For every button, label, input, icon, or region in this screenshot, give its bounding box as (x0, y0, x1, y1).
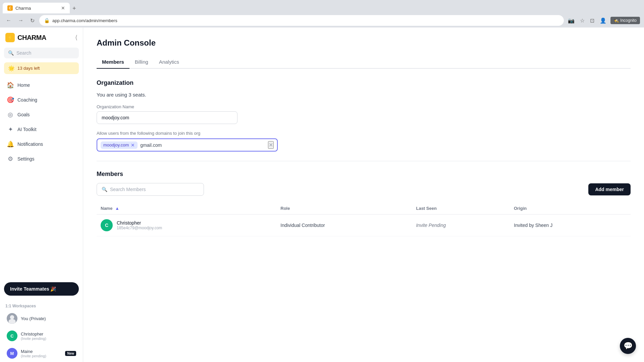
sidebar-item-goals[interactable]: ◎ Goals (3, 108, 80, 122)
trial-badge: 🌟 13 days left (4, 62, 79, 74)
members-header: 🔍 Add member (97, 183, 631, 196)
logo-text: CHARMA (17, 34, 46, 42)
member-avatar: C (101, 219, 113, 231)
organization-section: Organization You are using 3 seats. Orga… (97, 79, 631, 152)
logo-icon: ⚡ (5, 33, 15, 42)
member-last-seen-cell: Invite Pending (412, 215, 510, 236)
org-name-group: Organization Name (97, 104, 631, 124)
incognito-icon: 🕵 (614, 18, 619, 23)
page-title: Admin Console (97, 38, 631, 48)
org-name-input[interactable] (97, 111, 237, 124)
sort-icon: ▲ (115, 206, 119, 211)
member-info: Christopher 185e4c79@moodjoy.com (117, 220, 162, 230)
domains-clear-button[interactable]: ✕ (268, 141, 274, 149)
workspace-item-christopher[interactable]: C Christopher (Invite pending) (3, 328, 80, 344)
workspace-private-name: You (Private) (21, 316, 76, 321)
members-table-header-row: Name ▲ Role Last Seen Origin (97, 202, 631, 215)
sidebar-item-notifications-label: Notifications (17, 141, 43, 147)
address-bar[interactable]: 🔒 app.charma.com/admin/members (39, 15, 564, 26)
main-content: Admin Console Members Billing Analytics … (83, 27, 644, 362)
incognito-button[interactable]: 🕵 Incognito (610, 17, 640, 24)
col-header-role: Role (276, 202, 412, 215)
workspace-christopher-name: Christopher (21, 331, 76, 337)
members-table-body: C Christopher 185e4c79@moodjoy.com Indiv… (97, 215, 631, 236)
sidebar-search[interactable]: 🔍 Search (4, 48, 79, 58)
profile-icon[interactable]: 👤 (598, 16, 608, 25)
seats-info: You are using 3 seats. (97, 92, 631, 98)
members-table-head: Name ▲ Role Last Seen Origin (97, 202, 631, 215)
col-header-name[interactable]: Name ▲ (97, 202, 276, 215)
svg-point-0 (10, 315, 14, 319)
sidebar-nav: 🏠 Home 🎯 Coaching ◎ Goals ✦ AI Toolkit 🔔… (0, 77, 83, 280)
domain-tag-text: moodjoy.com (103, 142, 129, 147)
domain-input-field[interactable] (140, 142, 265, 148)
col-header-origin: Origin (510, 202, 631, 215)
member-name-cell: C Christopher 185e4c79@moodjoy.com (97, 215, 276, 236)
section-divider (97, 161, 631, 161)
sidebar-item-goals-label: Goals (17, 112, 30, 117)
invite-pending-text: Invite Pending (416, 223, 446, 228)
settings-icon: ⚙ (7, 155, 14, 163)
search-icon: 🔍 (8, 50, 14, 56)
members-table: Name ▲ Role Last Seen Origin (97, 202, 631, 236)
svg-point-1 (8, 319, 15, 324)
avatar-private (7, 313, 17, 324)
search-members-input[interactable] (110, 187, 199, 192)
members-section-title: Members (97, 171, 631, 178)
domains-label: Allow users from the following domains t… (97, 131, 631, 136)
star-icon[interactable]: ☆ (579, 16, 586, 25)
member-name: Christopher (117, 220, 162, 226)
tab-close-icon[interactable]: ✕ (61, 5, 65, 11)
tab-members[interactable]: Members (97, 56, 129, 69)
logo: ⚡ CHARMA (5, 33, 46, 42)
invite-teammates-label: Invite Teammates 🎉 (10, 286, 56, 292)
org-name-label: Organization Name (97, 104, 631, 109)
avatar-christopher: C (7, 330, 17, 341)
browser-toolbar: ← → ↻ 🔒 app.charma.com/admin/members 📷 ☆… (0, 13, 644, 27)
active-tab[interactable]: C Charma ✕ (3, 3, 70, 13)
search-members-icon: 🔍 (102, 187, 107, 192)
workspace-item-maine[interactable]: M Maine (Invite pending) New (3, 345, 80, 361)
back-button[interactable]: ← (4, 16, 13, 25)
url-text: app.charma.com/admin/members (52, 18, 117, 23)
notifications-icon: 🔔 (7, 140, 14, 148)
domain-tag-moodjoy: moodjoy.com ✕ (101, 141, 138, 149)
search-placeholder: Search (16, 50, 31, 56)
chat-bubble[interactable]: 💬 (620, 338, 636, 354)
workspace-maine-sub: (Invite pending) (21, 354, 62, 358)
members-section: Members 🔍 Add member Name ▲ (97, 171, 631, 236)
sidebar-item-notifications[interactable]: 🔔 Notifications (3, 137, 80, 151)
member-role-cell: Individual Contributor (276, 215, 412, 236)
tab-billing[interactable]: Billing (129, 56, 154, 69)
app-wrapper: ⚡ CHARMA ⟨ 🔍 Search 🌟 13 days left 🏠 Hom… (0, 27, 644, 362)
sidebar: ⚡ CHARMA ⟨ 🔍 Search 🌟 13 days left 🏠 Hom… (0, 27, 83, 362)
trial-icon: 🌟 (8, 65, 15, 71)
tab-title: Charma (15, 6, 58, 11)
sidebar-item-coaching[interactable]: 🎯 Coaching (3, 93, 80, 107)
new-tab-button[interactable]: + (70, 4, 79, 13)
sidebar-item-home[interactable]: 🏠 Home (3, 78, 80, 92)
table-row[interactable]: C Christopher 185e4c79@moodjoy.com Indiv… (97, 215, 631, 236)
invite-teammates-button[interactable]: Invite Teammates 🎉 (4, 282, 79, 296)
home-icon: 🏠 (7, 81, 14, 89)
tab-bar: C Charma ✕ + (0, 0, 644, 13)
sidebar-item-ai-toolkit-label: AI Toolkit (17, 127, 37, 132)
trial-text: 13 days left (17, 66, 40, 71)
workspace-item-private[interactable]: You (Private) (3, 310, 80, 326)
search-members-field[interactable]: 🔍 (97, 183, 204, 196)
ai-toolkit-icon: ✦ (7, 126, 14, 133)
sidebar-item-ai-toolkit[interactable]: ✦ AI Toolkit (3, 122, 80, 136)
browser-toolbar-right: 📷 ☆ ⊡ 👤 🕵 Incognito (567, 16, 640, 25)
sidebar-item-settings[interactable]: ⚙ Settings (3, 152, 80, 166)
sidebar-collapse-icon[interactable]: ⟨ (75, 34, 77, 41)
domains-group: Allow users from the following domains t… (97, 131, 631, 152)
domain-tag-remove-button[interactable]: ✕ (131, 142, 135, 148)
reload-button[interactable]: ↻ (28, 16, 37, 25)
add-member-button[interactable]: Add member (588, 183, 631, 195)
split-view-icon[interactable]: ⊡ (589, 16, 596, 25)
browser-chrome: C Charma ✕ + ← → ↻ 🔒 app.charma.com/admi… (0, 0, 644, 27)
workspaces-section-label: 1:1 Workspaces (0, 301, 83, 310)
forward-button[interactable]: → (16, 16, 25, 25)
domains-input-wrapper[interactable]: moodjoy.com ✕ ✕ (97, 138, 278, 152)
tab-analytics[interactable]: Analytics (154, 56, 184, 69)
